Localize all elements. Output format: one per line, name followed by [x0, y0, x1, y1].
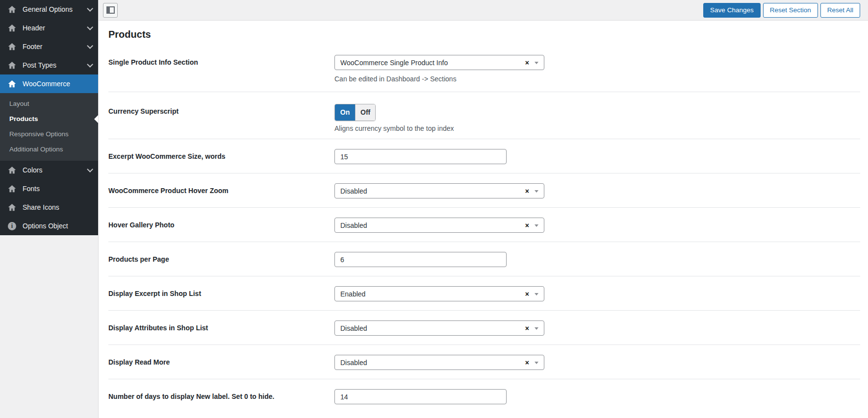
home-icon — [7, 203, 17, 212]
field-label: Currency Superscript — [108, 104, 334, 119]
chevron-down-icon — [87, 5, 93, 12]
field-control — [334, 149, 860, 164]
collapse-sidebar-button[interactable] — [103, 3, 118, 18]
sidebar-item-fonts[interactable]: Fonts — [0, 179, 98, 198]
sidebar-item-label: Header — [23, 24, 45, 32]
home-icon — [7, 79, 17, 89]
form-row: Number of days to display New label. Set… — [108, 379, 860, 418]
reset-section-button[interactable]: Reset Section — [763, 3, 818, 18]
sidebar-item-label: WooCommerce — [23, 80, 70, 88]
display-excerpt-in-shop-list-select[interactable]: Enabled× — [334, 286, 544, 301]
field-control: WooCommerce Single Product Info×Can be e… — [334, 55, 860, 83]
hover-gallery-photo-select[interactable]: Disabled× — [334, 218, 544, 233]
options-sidebar: General OptionsHeaderFooterPost TypesWoo… — [0, 0, 98, 418]
chevron-down-icon — [535, 190, 538, 195]
field-control — [334, 389, 860, 404]
clear-icon[interactable]: × — [525, 325, 529, 332]
page-title: Products — [108, 27, 860, 41]
sidebar-item-label: Post Types — [23, 61, 56, 69]
form-row: Currency SuperscriptOnOffAligns currency… — [108, 92, 860, 139]
products-per-page-input[interactable] — [334, 252, 507, 267]
select-value: Disabled — [340, 221, 367, 229]
chevron-down-icon — [87, 43, 93, 49]
clear-icon[interactable]: × — [525, 291, 529, 297]
sidebar-item-share-icons[interactable]: Share Icons — [0, 198, 98, 217]
sidebar-subitem-layout[interactable]: Layout — [0, 96, 98, 111]
field-label: Display Read More — [108, 355, 334, 370]
form-row: Excerpt WooCommerce Size, words — [108, 139, 860, 173]
sidebar-item-general-options[interactable]: General Options — [0, 0, 98, 19]
field-label: Single Product Info Section — [108, 55, 334, 70]
field-control: Disabled× — [334, 183, 860, 198]
number-of-days-to-display-new-label-set-0-to-hide-input[interactable] — [334, 389, 507, 404]
settings-content: Products Single Product Info SectionWooC… — [99, 21, 868, 418]
field-helper: Aligns currency symbol to the top index — [334, 124, 860, 133]
sidebar-item-label: Footer — [23, 43, 42, 50]
sidebar-item-label: General Options — [23, 5, 73, 13]
clear-icon[interactable]: × — [525, 222, 529, 229]
sidebar-subitem-additional-options[interactable]: Additional Options — [0, 142, 98, 157]
field-label: Products per Page — [108, 252, 334, 267]
sidebar-item-footer[interactable]: Footer — [0, 37, 98, 56]
select-value: Enabled — [340, 290, 365, 298]
clear-icon[interactable]: × — [525, 59, 529, 66]
toggle-on-button[interactable]: On — [335, 104, 355, 121]
chevron-down-icon — [535, 362, 538, 366]
field-helper: Can be edited in Dashboard -> Sections — [334, 74, 860, 83]
sidebar-item-woocommerce[interactable]: WooCommerce — [0, 74, 98, 93]
home-icon — [7, 5, 17, 14]
chevron-down-icon — [535, 224, 538, 229]
field-control: Disabled× — [334, 355, 860, 370]
field-control — [334, 252, 860, 267]
form-row: Hover Gallery PhotoDisabled× — [108, 207, 860, 242]
home-icon — [7, 61, 17, 70]
field-control: Enabled× — [334, 286, 860, 301]
active-item-arrow — [94, 115, 98, 123]
topbar-actions: Save ChangesReset SectionReset All — [703, 3, 860, 18]
field-control: Disabled× — [334, 320, 860, 336]
toggle-off-button[interactable]: Off — [355, 104, 375, 121]
main-panel: Save ChangesReset SectionReset All Produ… — [98, 0, 868, 418]
form-row: Single Product Info SectionWooCommerce S… — [108, 41, 860, 92]
chevron-down-icon — [535, 62, 538, 66]
sidebar-subitem-responsive-options[interactable]: Responsive Options — [0, 126, 98, 142]
field-control: Disabled× — [334, 218, 860, 233]
sidebar-item-colors[interactable]: Colors — [0, 161, 98, 179]
excerpt-woocommerce-size-words-input[interactable] — [334, 149, 507, 164]
topbar: Save ChangesReset SectionReset All — [99, 0, 868, 21]
clear-icon[interactable]: × — [525, 359, 529, 366]
sidebar-item-post-types[interactable]: Post Types — [0, 56, 98, 74]
woocommerce-product-hover-zoom-select[interactable]: Disabled× — [334, 183, 544, 198]
display-read-more-select[interactable]: Disabled× — [334, 355, 544, 370]
home-icon — [7, 166, 17, 175]
field-label: WooCommerce Product Hover Zoom — [108, 183, 334, 198]
display-attributes-in-shop-list-select[interactable]: Disabled× — [334, 320, 544, 336]
sidebar-item-header[interactable]: Header — [0, 19, 98, 37]
select-value: WooCommerce Single Product Info — [340, 59, 448, 67]
single-product-info-section-select[interactable]: WooCommerce Single Product Info× — [334, 55, 544, 70]
clear-icon[interactable]: × — [525, 188, 529, 195]
select-value: Disabled — [340, 187, 367, 195]
form-row: WooCommerce Product Hover ZoomDisabled× — [108, 173, 860, 207]
sidebar-subitem-products[interactable]: Products — [0, 111, 98, 126]
settings-form: Single Product Info SectionWooCommerce S… — [108, 41, 860, 418]
chevron-down-icon — [87, 24, 93, 30]
layout-collapse-icon — [106, 6, 115, 14]
chevron-down-icon — [535, 327, 538, 332]
home-icon — [7, 24, 17, 33]
field-label: Display Excerpt in Shop List — [108, 286, 334, 301]
field-label: Display Attributes in Shop List — [108, 320, 334, 336]
form-row: Display Attributes in Shop ListDisabled× — [108, 310, 860, 344]
field-control: OnOffAligns currency symbol to the top i… — [334, 104, 860, 133]
field-label: Hover Gallery Photo — [108, 218, 334, 233]
select-value: Disabled — [340, 324, 367, 332]
reset-all-button[interactable]: Reset All — [820, 3, 860, 18]
sidebar-item-label: Options Object — [23, 222, 68, 230]
home-icon — [7, 184, 17, 194]
field-label: Number of days to display New label. Set… — [108, 389, 334, 404]
sidebar-item-options-object[interactable]: iOptions Object — [0, 217, 98, 235]
sidebar-item-label: Fonts — [23, 185, 40, 193]
woocommerce-submenu: LayoutProductsResponsive OptionsAddition… — [0, 93, 98, 161]
save-changes-button[interactable]: Save Changes — [703, 3, 761, 18]
sidebar-item-label: Share Icons — [23, 203, 59, 211]
